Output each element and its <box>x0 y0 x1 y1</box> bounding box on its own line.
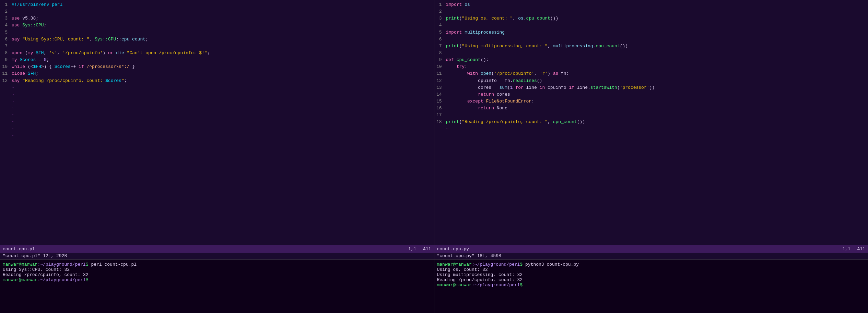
code-line: 17 <box>434 112 868 119</box>
left-term-line2: manwar@manwar:~/playground/perl$ <box>3 277 431 282</box>
right-status-position: 1,1 <box>842 246 850 252</box>
right-code-area[interactable]: 1 import os 2 3 print("Using os, count: … <box>434 0 868 245</box>
code-line: 4 <box>434 22 868 29</box>
main-area: 1 #!/usr/bin/env perl 2 3 use v5.38; 4 u… <box>0 0 868 313</box>
code-line: 10 try: <box>434 63 868 70</box>
code-line: 5 import multiprocessing <box>434 29 868 36</box>
left-term-output2: Reading /proc/cpuinfo, count: 32 <box>3 272 431 277</box>
code-line: 16 return None <box>434 105 868 112</box>
code-line: 5 <box>0 29 434 36</box>
tilde-line: ~ <box>0 119 434 125</box>
tilde-line: ~ <box>0 133 434 140</box>
code-line: 11 with open('/proc/cpuinfo', 'r') as fh… <box>434 70 868 77</box>
left-term-output1: Using Sys::CPU, count: 32 <box>3 267 431 272</box>
right-term-output2: Using multiprocessing, count: 32 <box>437 272 866 277</box>
left-status-bar: count-cpu.pl 1,1 All <box>0 245 434 253</box>
right-status-bar: count-cpu.py 1,1 All <box>434 245 868 253</box>
left-code-area[interactable]: 1 #!/usr/bin/env perl 2 3 use v5.38; 4 u… <box>0 0 434 245</box>
left-status-position: 1,1 <box>408 246 416 252</box>
code-line: 3 print("Using os, count: ", os.cpu_coun… <box>434 15 868 22</box>
right-term-output3: Reading /proc/cpuinfo, count: 32 <box>437 277 866 282</box>
code-line: 4 use Sys::CPU; <box>0 22 434 29</box>
right-status-filename: count-cpu.py <box>437 246 469 252</box>
left-file-info: "count-cpu.pl" 12L, 292B <box>0 253 434 260</box>
tilde-line: ~ <box>0 126 434 133</box>
code-line: 9 def cpu_count(): <box>434 57 868 63</box>
left-terminal[interactable]: manwar@manwar:~/playground/perl$ perl co… <box>0 260 434 313</box>
code-line: 14 return cores <box>434 91 868 98</box>
right-file-info: "count-cpu.py" 18L, 459B <box>434 253 868 260</box>
code-line: 6 <box>434 36 868 43</box>
code-line: 8 open (my $FH, '<', '/proc/cpuinfo') or… <box>0 50 434 57</box>
right-status-right: 1,1 All <box>842 246 865 252</box>
code-line: 13 cores = sum(1 for line in cpuinfo if … <box>434 84 868 91</box>
tilde-line: ~ <box>0 112 434 119</box>
right-term-line1: manwar@manwar:~/playground/perl$ python3… <box>437 262 866 267</box>
code-line: 1 import os <box>434 1 868 8</box>
tilde-line: ~ <box>0 91 434 98</box>
right-pane: 1 import os 2 3 print("Using os, count: … <box>434 0 868 313</box>
code-line: 2 <box>434 8 868 15</box>
code-line: 15 except FileNotFoundError: <box>434 98 868 105</box>
code-line: 12 cpuinfo = fh.readlines() <box>434 77 868 84</box>
code-line: 9 my $cores = 0; <box>0 57 434 63</box>
right-status-all: All <box>857 246 865 252</box>
code-line: 2 <box>0 8 434 15</box>
left-status-right: 1,1 All <box>408 246 431 252</box>
left-status-filename: count-cpu.pl <box>3 246 35 252</box>
code-line: 11 close $FH; <box>0 70 434 77</box>
left-term-line1: manwar@manwar:~/playground/perl$ perl co… <box>3 262 431 267</box>
code-line: 3 use v5.38; <box>0 15 434 22</box>
left-status-all: All <box>423 246 431 252</box>
code-line: 10 while (<$FH>) { $cores++ if /^process… <box>0 63 434 70</box>
code-line: 8 <box>434 50 868 57</box>
code-line: 7 <box>0 43 434 50</box>
tilde-line: ~ <box>0 84 434 91</box>
code-line: 18 print("Reading /proc/cpuinfo, count: … <box>434 119 868 125</box>
tilde-line: ~ <box>0 98 434 105</box>
code-line: 6 say "Using Sys::CPU, count: ", Sys::CP… <box>0 36 434 43</box>
right-term-output1: Using os, count: 32 <box>437 267 866 272</box>
code-line: 1 #!/usr/bin/env perl <box>0 1 434 8</box>
left-pane: 1 #!/usr/bin/env perl 2 3 use v5.38; 4 u… <box>0 0 434 313</box>
right-term-line2: manwar@manwar:~/playground/perl$ <box>437 282 866 288</box>
tilde-line: ~ <box>0 105 434 112</box>
tilde-line: ~ <box>434 126 868 133</box>
right-terminal[interactable]: manwar@manwar:~/playground/perl$ python3… <box>434 260 868 313</box>
code-line: 12 say "Reading /proc/cpuinfo, count: $c… <box>0 77 434 84</box>
code-line: 7 print("Using multiprocessing, count: "… <box>434 43 868 50</box>
